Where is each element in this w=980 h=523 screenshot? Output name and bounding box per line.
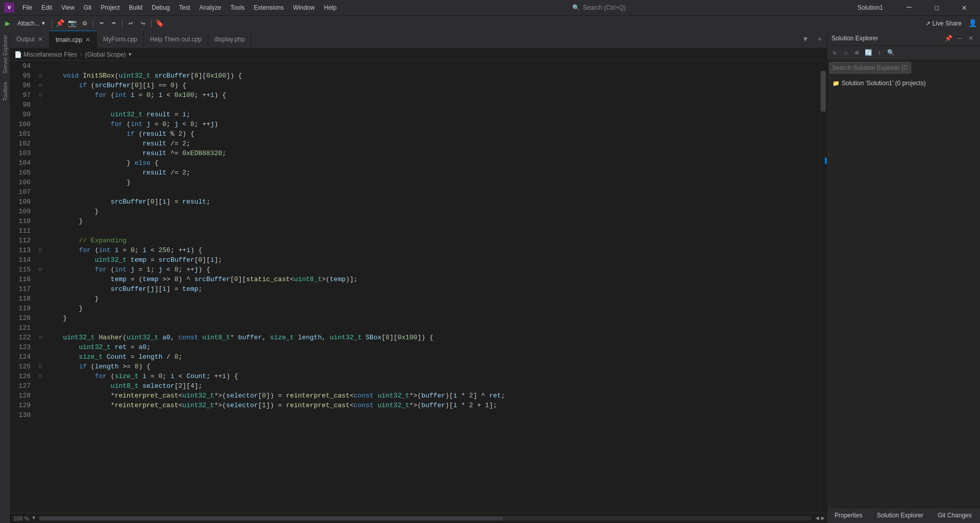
- code-line-95[interactable]: void InitSBox(uint32_t srcBuffer[8][0x10…: [45, 71, 820, 81]
- fold-96[interactable]: ⊟: [36, 80, 45, 90]
- scope-dropdown-icon[interactable]: ▼: [128, 52, 133, 57]
- pin-button[interactable]: 📌: [55, 18, 66, 29]
- solution-item[interactable]: 📁 Solution 'Solution1' (0 projects): [830, 79, 977, 88]
- menu-build[interactable]: Build: [125, 3, 147, 12]
- code-line-99[interactable]: uint32_t result = i;: [45, 110, 820, 119]
- bookmark-button[interactable]: 🔖: [154, 18, 165, 29]
- menu-file[interactable]: File: [18, 3, 36, 12]
- scroll-right-btn[interactable]: ▶: [821, 514, 825, 522]
- code-line-103[interactable]: result ^= 0xEDB88320;: [45, 148, 820, 158]
- code-line-110[interactable]: }: [45, 216, 820, 226]
- code-line-105[interactable]: result /= 2;: [45, 168, 820, 178]
- fold-97[interactable]: ⊟: [36, 90, 45, 99]
- menu-help[interactable]: Help: [320, 3, 341, 12]
- run-button[interactable]: ▶: [2, 18, 13, 29]
- menu-project[interactable]: Project: [96, 3, 124, 12]
- tab-display[interactable]: display.php: [208, 31, 252, 48]
- minimize-button[interactable]: ─: [897, 0, 921, 15]
- undo-button[interactable]: ↩: [125, 18, 136, 29]
- code-line-120[interactable]: }: [45, 313, 820, 323]
- scrollbar-thumb[interactable]: [821, 71, 826, 112]
- code-line-128[interactable]: *reinterpret_cast<uint32_t*>(selector[0]…: [45, 391, 820, 401]
- se-search-input[interactable]: [829, 62, 911, 73]
- code-line-109[interactable]: }: [45, 207, 820, 216]
- code-line-116[interactable]: temp = (temp >> 8) ^ srcBuffer[0][static…: [45, 275, 820, 284]
- code-line-108[interactable]: srcBuffer[0][i] = result;: [45, 197, 820, 207]
- attach-button[interactable]: Attach... ▼: [14, 18, 49, 29]
- menu-debug[interactable]: Debug: [148, 3, 174, 12]
- tab-dropdown-button[interactable]: ▼: [798, 31, 813, 48]
- tab-solution-explorer[interactable]: Solution Explorer: [870, 508, 930, 524]
- code-line-94[interactable]: [45, 61, 820, 71]
- se-expand-button[interactable]: ↕: [874, 48, 885, 58]
- tab-git-changes[interactable]: Git Changes: [930, 508, 979, 524]
- close-button[interactable]: ✕: [952, 0, 976, 15]
- menu-extensions[interactable]: Extensions: [250, 3, 288, 12]
- server-explorer-label[interactable]: Server Explorer: [0, 31, 10, 78]
- code-line-129[interactable]: *reinterpret_cast<uint32_t*>(selector[1]…: [45, 401, 820, 410]
- code-line-104[interactable]: } else {: [45, 158, 820, 168]
- code-line-124[interactable]: size_t Count = length / 8;: [45, 352, 820, 362]
- fold-125[interactable]: ⊟: [36, 361, 45, 371]
- nav-forward-button[interactable]: ➡: [108, 18, 119, 29]
- code-line-123[interactable]: uint32_t ret = a0;: [45, 342, 820, 352]
- fold-95[interactable]: ⊟: [36, 70, 45, 80]
- se-refresh-button[interactable]: 🔄: [863, 48, 873, 58]
- code-area[interactable]: void InitSBox(uint32_t srcBuffer[8][0x10…: [45, 61, 820, 513]
- code-line-97[interactable]: for (int i = 0; i < 0x100; ++i) {: [45, 90, 820, 100]
- fold-113[interactable]: ⊟: [36, 245, 45, 255]
- maximize-button[interactable]: ☐: [925, 0, 948, 15]
- tab-add-button[interactable]: +: [813, 31, 827, 48]
- toolbox-label[interactable]: Toolbox: [0, 78, 10, 105]
- code-line-113[interactable]: for (int i = 0; i < 256; ++i) {: [45, 245, 820, 255]
- code-line-100[interactable]: for (int j = 0; j < 8; ++j): [45, 119, 820, 129]
- code-line-130[interactable]: [45, 410, 820, 420]
- code-line-96[interactable]: if (srcBuffer[0][1] == 0) {: [45, 81, 820, 90]
- redo-button[interactable]: ↪: [137, 18, 149, 29]
- tab-tmain-close[interactable]: ✕: [85, 36, 90, 43]
- se-sync-button[interactable]: ↻: [829, 48, 840, 58]
- zoom-dropdown-icon[interactable]: ▼: [32, 515, 35, 521]
- global-scope-item[interactable]: (Global Scope) ▼: [85, 51, 133, 58]
- menu-analyze[interactable]: Analyze: [195, 3, 226, 12]
- tab-tmain[interactable]: tmain.cpp ✕: [50, 31, 97, 48]
- menu-test[interactable]: Test: [175, 3, 194, 12]
- code-line-112[interactable]: // Expanding: [45, 236, 820, 245]
- file-scope-item[interactable]: 📄 Miscellaneous Files: [14, 51, 77, 58]
- menu-edit[interactable]: Edit: [37, 3, 56, 12]
- code-line-102[interactable]: result /= 2;: [45, 139, 820, 148]
- tab-output[interactable]: Output ✕: [10, 31, 50, 48]
- settings-button[interactable]: ⚙: [79, 18, 90, 29]
- code-line-125[interactable]: if (length >= 8) {: [45, 362, 820, 371]
- code-line-119[interactable]: }: [45, 304, 820, 313]
- menu-tools[interactable]: Tools: [226, 3, 249, 12]
- code-line-122[interactable]: uint32_t Hasher(uint32_t a0, const uint8…: [45, 333, 820, 342]
- scroll-left-btn[interactable]: ◀: [816, 514, 819, 522]
- fold-115[interactable]: ⊟: [36, 264, 45, 274]
- code-line-118[interactable]: }: [45, 294, 820, 304]
- code-line-115[interactable]: for (int j = 1; j < 8; ++j) {: [45, 265, 820, 275]
- se-pin-button[interactable]: 📌: [943, 33, 953, 43]
- attach-dropdown-icon[interactable]: ▼: [41, 20, 46, 26]
- tab-properties[interactable]: Properties: [827, 508, 870, 524]
- zoom-level[interactable]: 100 %: [10, 515, 32, 521]
- code-line-126[interactable]: for (size_t i = 0; i < Count; ++i) {: [45, 371, 820, 381]
- se-minimize-button[interactable]: ─: [954, 33, 965, 43]
- search-bar[interactable]: Search (Ctrl+Q): [583, 4, 626, 11]
- code-line-98[interactable]: [45, 100, 820, 110]
- se-close-button[interactable]: ✕: [966, 33, 976, 43]
- menu-window[interactable]: Window: [289, 3, 319, 12]
- vertical-scrollbar[interactable]: [820, 61, 827, 513]
- editor-content[interactable]: 94 95 96 97 98 99 100 101 102 103 104 10…: [10, 61, 827, 513]
- code-line-106[interactable]: }: [45, 178, 820, 187]
- camera-button[interactable]: 📷: [67, 18, 78, 29]
- tab-myform[interactable]: MyForm.cpp: [97, 31, 144, 48]
- code-line-117[interactable]: srcBuffer[j][i] = temp;: [45, 284, 820, 294]
- fold-122[interactable]: ⊟: [36, 332, 45, 342]
- tab-helpout[interactable]: Help Them out.cpp: [144, 31, 208, 48]
- se-home-button[interactable]: ⌂: [841, 48, 851, 58]
- fold-126[interactable]: ⊟: [36, 371, 45, 381]
- se-properties-button[interactable]: ⊞: [852, 48, 862, 58]
- live-share-button[interactable]: ↗ Live Share: [921, 19, 966, 28]
- user-icon[interactable]: 👤: [967, 18, 978, 29]
